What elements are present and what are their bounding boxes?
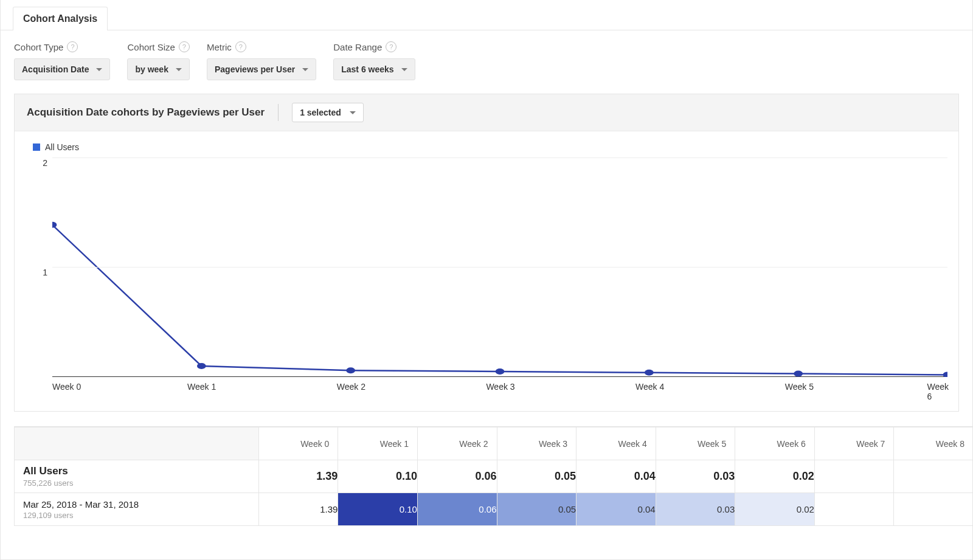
- table-body: All Users755,226 users1.390.100.060.050.…: [15, 460, 973, 526]
- table-cell: 1.39: [258, 460, 338, 493]
- dropdown-value: Last 6 weeks: [341, 64, 393, 74]
- grid-line: [52, 157, 947, 158]
- control-label: Cohort Size ?: [127, 41, 189, 52]
- table-cell: 1.39: [258, 493, 338, 526]
- control-label: Date Range ?: [333, 41, 415, 52]
- row-sublabel: 129,109 users: [23, 511, 250, 520]
- chevron-down-icon: [401, 68, 407, 71]
- chevron-down-icon: [350, 111, 356, 114]
- x-axis: Week 0Week 1Week 2Week 3Week 4Week 5Week…: [52, 382, 947, 394]
- table-cell: 0.10: [338, 493, 418, 526]
- column-header: Week 7: [814, 427, 894, 460]
- row-header: Mar 25, 2018 - Mar 31, 2018129,109 users: [15, 493, 259, 526]
- help-icon[interactable]: ?: [386, 41, 396, 52]
- chart-title: Acquisition Date cohorts by Pageviews pe…: [27, 106, 265, 119]
- cohort-analysis-page: Cohort Analysis Cohort Type ? Acquisitio…: [0, 0, 973, 560]
- table-corner: [15, 427, 259, 460]
- series-line: [52, 225, 947, 375]
- x-tick: Week 2: [337, 382, 365, 392]
- divider: [278, 104, 279, 121]
- table-cell: [894, 493, 972, 526]
- table-cell: 0.02: [735, 493, 815, 526]
- y-tick: 2: [43, 158, 47, 168]
- y-tick: 1: [43, 268, 47, 277]
- table-cell: 0.04: [577, 460, 656, 493]
- control-date-range: Date Range ? Last 6 weeks: [333, 41, 415, 80]
- table-cell: 0.06: [417, 493, 497, 526]
- column-header: Week 3: [497, 427, 577, 460]
- column-header: Week 8: [894, 427, 972, 460]
- chevron-down-icon: [96, 68, 102, 71]
- data-point[interactable]: [496, 368, 505, 375]
- row-sublabel: 755,226 users: [23, 479, 250, 488]
- dropdown-cohort-size[interactable]: by week: [127, 58, 189, 80]
- plot-area: 21: [32, 158, 947, 377]
- data-point[interactable]: [645, 370, 654, 376]
- chart-series-selector[interactable]: 1 selected: [292, 103, 364, 122]
- help-icon[interactable]: ?: [67, 41, 78, 52]
- data-point[interactable]: [346, 367, 355, 373]
- help-icon[interactable]: ?: [179, 41, 190, 52]
- dropdown-metric[interactable]: Pageviews per User: [207, 58, 316, 80]
- grid-line: [52, 267, 947, 268]
- label-text: Cohort Size: [127, 42, 175, 52]
- dropdown-value: Acquisition Date: [22, 64, 89, 74]
- table-cell: 0.05: [497, 460, 577, 493]
- dropdown-value: by week: [135, 64, 168, 74]
- column-header: Week 5: [656, 427, 735, 460]
- selector-value: 1 selected: [300, 108, 341, 117]
- cohort-table: Week 0Week 1Week 2Week 3Week 4Week 5Week…: [14, 427, 972, 526]
- data-point[interactable]: [794, 371, 803, 377]
- table-row: Mar 25, 2018 - Mar 31, 2018129,109 users…: [15, 493, 973, 526]
- legend-label: All Users: [45, 142, 79, 152]
- label-text: Date Range: [333, 42, 382, 52]
- chart-header: Acquisition Date cohorts by Pageviews pe…: [15, 94, 958, 131]
- row-header: All Users755,226 users: [15, 460, 259, 493]
- chart-legend: All Users: [33, 142, 947, 152]
- label-text: Cohort Type: [14, 42, 63, 52]
- table-cell: [814, 493, 894, 526]
- help-icon[interactable]: ?: [235, 41, 246, 52]
- dropdown-value: Pageviews per User: [215, 64, 295, 74]
- data-point[interactable]: [52, 222, 57, 228]
- column-header: Week 2: [417, 427, 497, 460]
- tab-cohort-analysis[interactable]: Cohort Analysis: [13, 7, 108, 30]
- tab-label: Cohort Analysis: [23, 13, 97, 24]
- table-cell: 0.03: [656, 493, 735, 526]
- control-label: Metric ?: [207, 41, 316, 52]
- dropdown-date-range[interactable]: Last 6 weeks: [333, 58, 415, 80]
- x-tick: Week 3: [486, 382, 514, 392]
- table-cell: [814, 460, 894, 493]
- table-header-row: Week 0Week 1Week 2Week 3Week 4Week 5Week…: [15, 427, 973, 460]
- x-tick: Week 4: [635, 382, 664, 392]
- x-tick: Week 5: [785, 382, 814, 392]
- table-cell: 0.02: [735, 460, 815, 493]
- table-row: All Users755,226 users1.390.100.060.050.…: [15, 460, 973, 493]
- control-cohort-size: Cohort Size ? by week: [127, 41, 189, 80]
- plot: [52, 158, 947, 377]
- chevron-down-icon: [176, 68, 182, 71]
- x-tick: Week 0: [52, 382, 81, 392]
- column-header: Week 4: [577, 427, 656, 460]
- control-label: Cohort Type ?: [14, 41, 110, 52]
- table-cell: 0.04: [577, 493, 656, 526]
- table-cell: 0.06: [417, 460, 497, 493]
- data-point[interactable]: [943, 372, 947, 377]
- x-tick: Week 1: [187, 382, 216, 392]
- legend-swatch: [33, 143, 40, 151]
- control-metric: Metric ? Pageviews per User: [207, 41, 316, 80]
- column-header: Week 1: [338, 427, 418, 460]
- dropdown-cohort-type[interactable]: Acquisition Date: [14, 58, 110, 80]
- chart-panel: Acquisition Date cohorts by Pageviews pe…: [14, 94, 959, 412]
- chart-body: All Users 21 Week 0Week 1Week 2Week 3Wee…: [15, 131, 958, 411]
- chart-series: [52, 158, 947, 377]
- chevron-down-icon: [302, 68, 308, 71]
- tab-bar: Cohort Analysis: [1, 0, 972, 30]
- cohort-table-wrap: Week 0Week 1Week 2Week 3Week 4Week 5Week…: [14, 426, 972, 526]
- table-cell: 0.05: [497, 493, 577, 526]
- controls-row: Cohort Type ? Acquisition Date Cohort Si…: [1, 30, 972, 94]
- label-text: Metric: [207, 42, 232, 52]
- data-point[interactable]: [197, 363, 206, 369]
- table-cell: [894, 460, 972, 493]
- row-label: All Users: [23, 465, 250, 477]
